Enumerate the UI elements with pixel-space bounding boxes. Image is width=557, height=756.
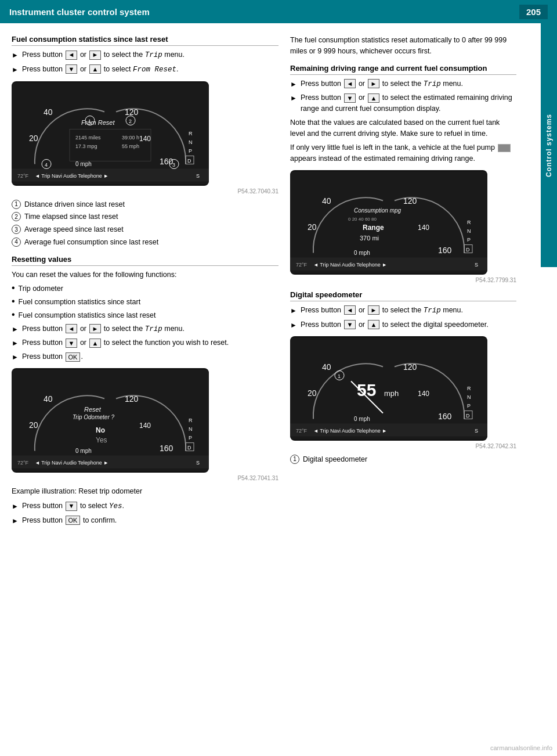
- svg-text:3: 3: [172, 161, 175, 167]
- reset-list-item-2: • Fuel consumption statistics since star…: [12, 297, 278, 308]
- btn-down-rem[interactable]: ▼: [344, 93, 356, 103]
- svg-text:Consumption mpg: Consumption mpg: [354, 207, 402, 213]
- btn-right[interactable]: ►: [89, 51, 102, 60]
- svg-text:S: S: [475, 261, 478, 267]
- num-circle-2: 2: [12, 212, 21, 221]
- btn-right-rem[interactable]: ►: [368, 79, 380, 88]
- svg-text:72°F: 72°F: [296, 427, 308, 433]
- num-circle-3: 3: [12, 225, 21, 234]
- dot-icon: •: [12, 310, 15, 319]
- svg-text:D: D: [187, 157, 191, 163]
- num-item-3: 3 Average speed since last reset: [12, 224, 278, 235]
- btn-left-rem[interactable]: ◄: [344, 79, 356, 88]
- btn-right-dig[interactable]: ►: [368, 305, 380, 315]
- btn-up-rem[interactable]: ▲: [368, 93, 380, 103]
- svg-text:P: P: [189, 435, 192, 441]
- digital-num-item-1: 1 Digital speedometer: [290, 454, 516, 465]
- svg-text:D: D: [466, 246, 470, 252]
- svg-text:160: 160: [160, 156, 173, 165]
- fuel-pump-text: If only very little fuel is left in the …: [290, 142, 516, 164]
- btn-ok[interactable]: OK: [66, 352, 81, 362]
- svg-text:120: 120: [403, 196, 417, 205]
- svg-text:40: 40: [44, 394, 53, 404]
- svg-text:20: 20: [29, 420, 38, 430]
- btn-left-dig[interactable]: ◄: [344, 305, 356, 315]
- svg-text:370 mi: 370 mi: [360, 234, 379, 241]
- svg-text:20: 20: [308, 222, 317, 231]
- numbered-list-1: 1 Distance driven since last reset 2 Tim…: [12, 199, 278, 248]
- svg-text:Reset: Reset: [84, 406, 102, 413]
- example-caption: Example illustration: Reset trip odomete…: [12, 486, 278, 497]
- svg-text:1: 1: [338, 373, 341, 379]
- reset-bullet-2: ► Press button ▼ or ▲ to select the func…: [12, 337, 278, 348]
- right-column: The fuel consumption statistics reset au…: [290, 35, 534, 529]
- svg-text:140: 140: [418, 223, 429, 231]
- svg-text:160: 160: [438, 411, 452, 420]
- svg-text:1: 1: [88, 118, 91, 124]
- reset-bullet-3: ► Press button OK.: [12, 351, 278, 362]
- svg-text:Yes: Yes: [96, 436, 107, 444]
- btn-right-r[interactable]: ►: [89, 324, 102, 333]
- svg-text:◄ Trip   Navi   Audio   Teleph: ◄ Trip Navi Audio Telephone ►: [313, 261, 387, 267]
- num-circle-1: 1: [12, 200, 21, 209]
- svg-text:N: N: [467, 228, 471, 233]
- svg-text:40: 40: [44, 107, 53, 116]
- svg-text:R: R: [189, 417, 193, 423]
- svg-text:140: 140: [139, 422, 151, 430]
- svg-text:0 mph: 0 mph: [75, 448, 92, 454]
- btn-up-dig[interactable]: ▲: [368, 320, 380, 329]
- cluster-image-2: 20 40 120 140 160 Reset Trip Odometer ? …: [12, 368, 209, 473]
- svg-text:0 mph: 0 mph: [75, 160, 92, 167]
- svg-text:0 mph: 0 mph: [354, 415, 370, 422]
- cluster-image-3: 20 40 120 140 160 Consumption mpg 0 20 4…: [290, 170, 487, 275]
- svg-text:120: 120: [125, 107, 139, 116]
- arrow-icon: ►: [12, 64, 19, 75]
- svg-text:20: 20: [308, 388, 317, 397]
- svg-text:S: S: [196, 172, 200, 178]
- section-remaining-title: Remaining driving range and current fuel…: [290, 64, 516, 75]
- btn-up[interactable]: ▲: [89, 64, 102, 74]
- side-tab: Control systems: [541, 23, 557, 267]
- svg-text:R: R: [467, 219, 471, 225]
- left-column: Fuel consumption statistics since last r…: [12, 35, 278, 529]
- svg-text:140: 140: [418, 389, 429, 397]
- btn-up-r[interactable]: ▲: [89, 339, 102, 348]
- bottom-watermark: carmanualsonline.info: [490, 744, 552, 751]
- btn-ok-final[interactable]: OK: [66, 516, 81, 525]
- btn-down[interactable]: ▼: [66, 64, 78, 74]
- btn-down-r[interactable]: ▼: [66, 339, 78, 348]
- section2-title: Resetting values: [12, 255, 278, 266]
- btn-left[interactable]: ◄: [66, 51, 78, 60]
- img-caption-2: P54.32.7041.31: [12, 475, 278, 481]
- num-item-1: 1 Distance driven since last reset: [12, 199, 278, 210]
- svg-text:No: No: [96, 426, 105, 434]
- svg-text:S: S: [196, 460, 200, 466]
- svg-text:160: 160: [160, 444, 173, 453]
- btn-left-r[interactable]: ◄: [66, 324, 78, 333]
- svg-text:55 mph: 55 mph: [122, 143, 139, 149]
- reset-list-item-1: • Trip odometer: [12, 283, 278, 294]
- svg-text:140: 140: [139, 134, 151, 142]
- num-item-2: 2 Time elapsed since last reset: [12, 211, 278, 222]
- svg-text:P: P: [467, 402, 471, 408]
- reset-intro: You can reset the values for the followi…: [12, 269, 278, 280]
- header-bar: Instrument cluster control system 205: [0, 0, 557, 23]
- svg-text:N: N: [189, 426, 193, 432]
- btn-down-dig[interactable]: ▼: [344, 320, 356, 329]
- svg-text:◄ Trip   Navi   Audio   Teleph: ◄ Trip Navi Audio Telephone ►: [313, 427, 387, 433]
- img-caption-3: P54.32.7799.31: [290, 277, 516, 283]
- digital-bullet-2: ► Press button ▼ or ▲ to select the digi…: [290, 319, 516, 330]
- svg-text:Range: Range: [363, 223, 384, 231]
- svg-text:40: 40: [322, 362, 331, 371]
- btn-down-final[interactable]: ▼: [66, 502, 78, 511]
- svg-text:N: N: [467, 394, 471, 399]
- svg-text:4: 4: [45, 161, 48, 167]
- svg-text:D: D: [466, 412, 470, 418]
- final-bullet-2: ► Press button OK to confirm.: [12, 515, 278, 526]
- svg-text:72°F: 72°F: [17, 172, 29, 178]
- bullet-from-reset: ► Press button ▼ or ▲ to select From Res…: [12, 64, 278, 75]
- reset-bullet-1: ► Press button ◄ or ► to select the Trip…: [12, 323, 278, 335]
- final-bullet-1: ► Press button ▼ to select Yes.: [12, 501, 278, 512]
- remaining-bullet-1: ► Press button ◄ or ► to select the Trip…: [290, 78, 516, 90]
- svg-text:160: 160: [438, 245, 452, 254]
